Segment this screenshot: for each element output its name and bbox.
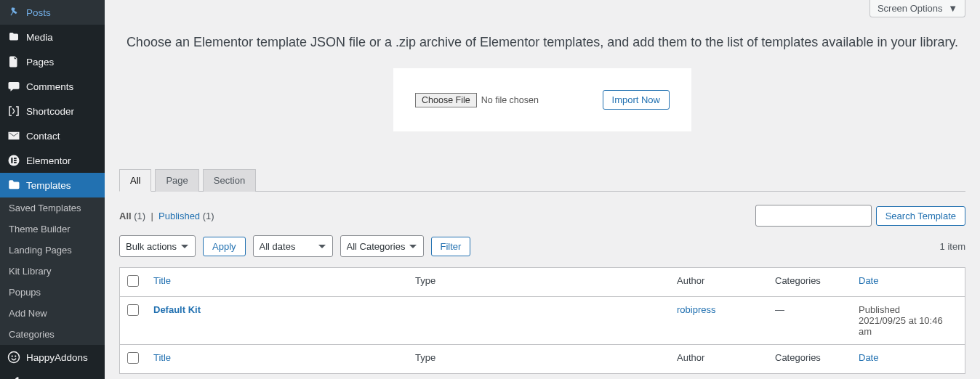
col-title[interactable]: Title [153, 275, 171, 286]
sidebar-item-comments[interactable]: Comments [0, 74, 105, 99]
no-file-label: No file chosen [481, 95, 539, 105]
tab-page[interactable]: Page [155, 169, 198, 192]
submenu-popups[interactable]: Popups [0, 282, 105, 303]
main-content: Screen Options ▼ Choose an Elementor tem… [105, 0, 980, 379]
sidebar-item-shortcoder[interactable]: Shortcoder [0, 99, 105, 123]
sidebar-item-label: Shortcoder [26, 106, 74, 117]
svg-point-5 [9, 352, 20, 363]
type-tabs: All Page Section [119, 169, 965, 192]
sidebar-item-label: Comments [26, 81, 73, 92]
row-checkbox[interactable] [127, 304, 139, 316]
sidebar-item-pages[interactable]: Pages [0, 49, 105, 74]
sidebar-item-label: Posts [26, 7, 51, 18]
mail-icon [7, 129, 20, 142]
row-categories: — [775, 304, 784, 315]
sidebar-item-label: Contact [26, 131, 60, 142]
submenu-theme-builder[interactable]: Theme Builder [0, 219, 105, 240]
filter-categories-select[interactable]: All Categories [340, 235, 424, 257]
sidebar-item-appearance[interactable]: Appearance [0, 370, 105, 379]
intro-text: Choose an Elementor template JSON file o… [119, 35, 965, 50]
submenu-categories[interactable]: Categories [0, 324, 105, 345]
submenu-saved-templates[interactable]: Saved Templates [0, 197, 105, 219]
svg-rect-4 [14, 162, 17, 163]
sidebar-item-label: Appearance [26, 377, 79, 380]
sidebar-item-media[interactable]: Media [0, 25, 105, 49]
col-categories: Categories [775, 275, 821, 286]
search-input[interactable] [755, 205, 872, 227]
col-type: Type [415, 275, 435, 286]
sidebar-item-contact[interactable]: Contact [0, 123, 105, 148]
row-date-value: 2021/09/25 at 10:46 am [859, 315, 957, 337]
sidebar-item-templates[interactable]: Templates [0, 173, 105, 197]
templates-table: Title Type Author Categories Date Defaul… [119, 267, 965, 374]
brush-icon [7, 375, 20, 379]
comment-icon [7, 80, 20, 93]
import-now-button[interactable]: Import Now [603, 90, 670, 110]
sidebar-item-label: Templates [26, 180, 71, 191]
pin-icon [7, 6, 20, 19]
filter-button[interactable]: Filter [431, 237, 471, 256]
item-count: 1 item [940, 241, 965, 252]
file-input-wrapper: Choose File No file chosen [415, 93, 539, 107]
sidebar-item-posts[interactable]: Posts [0, 0, 105, 25]
row-author-link[interactable]: robipress [677, 304, 715, 315]
svg-rect-1 [11, 158, 12, 163]
status-all-count: (1) [134, 211, 145, 221]
status-published-link[interactable]: Published [158, 211, 200, 221]
col-author-footer: Author [677, 352, 704, 363]
svg-point-6 [12, 355, 13, 356]
media-icon [7, 30, 20, 44]
choose-file-button[interactable]: Choose File [415, 93, 477, 107]
sidebar-item-label: HappyAddons [26, 352, 88, 363]
sidebar-item-elementor[interactable]: Elementor [0, 148, 105, 173]
sidebar-item-label: Elementor [26, 155, 71, 166]
status-filter-row: All (1) | Published (1) Search Template [119, 205, 965, 227]
admin-sidebar: Posts Media Pages Comments Shortcoder Co… [0, 0, 105, 379]
status-published-count: (1) [203, 211, 214, 221]
screen-options-label: Screen Options [877, 3, 943, 14]
screen-options-toggle[interactable]: Screen Options ▼ [869, 0, 965, 17]
upload-box: Choose File No file chosen Import Now [393, 68, 691, 131]
search-template-button[interactable]: Search Template [876, 206, 965, 226]
controls-row: Bulk actions Apply All dates All Categor… [119, 235, 965, 257]
status-sep: | [150, 211, 153, 221]
happy-icon [7, 351, 20, 364]
elementor-icon [7, 154, 20, 167]
sidebar-item-label: Media [26, 32, 53, 43]
submenu-add-new[interactable]: Add New [0, 303, 105, 324]
row-date-status: Published [859, 304, 957, 315]
col-author: Author [677, 275, 704, 286]
sidebar-item-happyaddons[interactable]: HappyAddons [0, 345, 105, 370]
col-date-footer[interactable]: Date [859, 352, 878, 363]
svg-rect-3 [14, 160, 17, 161]
submenu-landing-pages[interactable]: Landing Pages [0, 240, 105, 261]
col-type-footer: Type [415, 352, 435, 363]
submenu-kit-library[interactable]: Kit Library [0, 261, 105, 282]
tab-section[interactable]: Section [203, 169, 256, 192]
sidebar-item-label: Pages [26, 57, 54, 68]
templates-submenu: Saved Templates Theme Builder Landing Pa… [0, 197, 105, 345]
col-title-footer[interactable]: Title [153, 352, 171, 363]
col-categories-footer: Categories [775, 352, 821, 363]
svg-rect-2 [14, 158, 17, 159]
select-all-checkbox-footer[interactable] [127, 352, 139, 364]
folder-icon [7, 179, 20, 192]
status-all-label: All [119, 211, 132, 221]
tab-all[interactable]: All [119, 169, 151, 192]
shortcoder-icon [7, 105, 20, 118]
table-header-row: Title Type Author Categories Date [120, 268, 965, 297]
page-icon [7, 55, 20, 68]
apply-button[interactable]: Apply [203, 237, 246, 256]
col-date[interactable]: Date [859, 275, 878, 286]
table-footer-row: Title Type Author Categories Date [120, 345, 965, 374]
row-title-link[interactable]: Default Kit [153, 304, 201, 315]
chevron-down-icon: ▼ [948, 3, 957, 14]
svg-point-7 [15, 355, 16, 356]
filter-dates-select[interactable]: All dates [253, 235, 333, 257]
table-row: Default Kit robipress — Published 2021/0… [120, 297, 965, 345]
select-all-checkbox[interactable] [127, 275, 139, 287]
bulk-actions-select[interactable]: Bulk actions [119, 235, 196, 257]
